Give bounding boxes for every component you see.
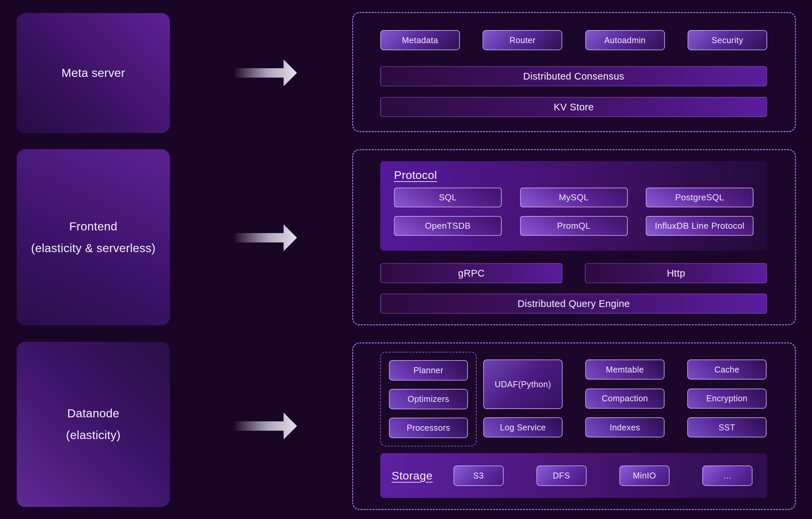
protocol-panel: Protocol SQL MySQL PostgreSQL OpenTSDB P… <box>380 161 767 251</box>
module-router: Router <box>483 30 562 50</box>
meta-modules-row: Metadata Router Autoadmin Security <box>380 30 767 50</box>
distributed-query-engine-bar: Distributed Query Engine <box>380 294 767 314</box>
module-router-label: Router <box>509 35 535 45</box>
module-autoadmin-label: Autoadmin <box>604 35 646 45</box>
query-group-box: Planner Optimizers Processors <box>380 352 476 446</box>
protocol-row-2: OpenTSDB PromQL InfluxDB Line Protocol <box>394 216 753 236</box>
kv-store-label: KV Store <box>553 102 593 113</box>
log-service-box: Log Service <box>483 417 562 437</box>
transport-row: gRPC Http <box>380 263 767 283</box>
protocol-heading: Protocol <box>394 169 437 181</box>
storage-dfs: DFS <box>536 465 587 486</box>
processors-label: Processors <box>407 423 450 433</box>
distributed-consensus-bar: Distributed Consensus <box>380 66 767 86</box>
sst-box: SST <box>687 417 766 437</box>
cache-box: Cache <box>687 359 766 379</box>
protocol-promql: PromQL <box>520 216 628 236</box>
protocol-opentsdb-label: OpenTSDB <box>425 221 471 231</box>
storage-dfs-label: DFS <box>553 471 570 481</box>
udaf-column: UDAF(Python) Log Service <box>483 352 562 446</box>
http-bar: Http <box>585 263 767 283</box>
frontend-box: Frontend (elasticity & serverless) <box>17 149 170 325</box>
storage-minio-label: MinIO <box>633 471 656 481</box>
protocol-promql-label: PromQL <box>557 221 590 231</box>
udaf-box: UDAF(Python) <box>483 359 562 409</box>
protocol-postgresql: PostgreSQL <box>646 188 753 207</box>
planner-box: Planner <box>389 360 468 380</box>
meta-server-section: Metadata Router Autoadmin Security Distr… <box>352 12 796 132</box>
protocol-postgresql-label: PostgreSQL <box>675 192 724 203</box>
protocol-opentsdb: OpenTSDB <box>394 216 502 236</box>
storage-minio: MinIO <box>619 465 670 486</box>
storage-heading-wrap: Storage <box>392 469 433 482</box>
compaction-label: Compaction <box>602 394 648 403</box>
memtable-label: Memtable <box>606 365 644 375</box>
datanode-box: Datanode (elasticity) <box>17 342 170 507</box>
protocol-row-1: SQL MySQL PostgreSQL <box>394 188 753 207</box>
protocol-influxdb-line: InfluxDB Line Protocol <box>646 216 753 236</box>
distributed-consensus-label: Distributed Consensus <box>523 71 624 82</box>
module-metadata: Metadata <box>380 30 460 50</box>
protocol-sql-label: SQL <box>439 192 457 203</box>
cache-column: Cache Encryption SST <box>687 352 766 446</box>
module-metadata-label: Metadata <box>402 35 438 45</box>
optimizers-box: Optimizers <box>389 389 468 409</box>
sst-label: SST <box>718 423 735 432</box>
protocol-mysql-label: MySQL <box>559 192 589 203</box>
meta-server-label: Meta server <box>61 62 125 84</box>
frontend-label-line1: Frontend <box>69 216 117 237</box>
distributed-query-engine-label: Distributed Query Engine <box>518 298 630 309</box>
arrow-icon-datanode <box>233 411 297 441</box>
protocol-sql: SQL <box>394 188 502 207</box>
storage-heading: Storage <box>392 469 433 482</box>
module-security-label: Security <box>712 35 743 45</box>
arrow-icon-frontend <box>233 223 297 253</box>
storage-ellipsis: ... <box>702 465 752 486</box>
arrow-icon-meta <box>233 58 297 88</box>
datanode-grid: Planner Optimizers Processors UDAF(Pytho… <box>380 352 767 446</box>
module-autoadmin: Autoadmin <box>585 30 665 50</box>
log-service-label: Log Service <box>500 423 546 432</box>
cache-label: Cache <box>714 365 740 375</box>
datanode-label-line2: (elasticity) <box>66 424 121 446</box>
encryption-box: Encryption <box>687 388 766 409</box>
storage-backends-row: S3 DFS MinIO ... <box>454 465 752 486</box>
storage-s3: S3 <box>454 465 504 486</box>
storage-panel: Storage S3 DFS MinIO ... <box>380 453 767 498</box>
datanode-label-line1: Datanode <box>67 403 119 424</box>
frontend-section: Protocol SQL MySQL PostgreSQL OpenTSDB P… <box>352 149 796 325</box>
datanode-section: Planner Optimizers Processors UDAF(Pytho… <box>352 342 796 510</box>
protocol-mysql: MySQL <box>520 188 628 207</box>
indexes-box: Indexes <box>585 417 665 437</box>
indexes-label: Indexes <box>610 423 640 432</box>
udaf-label: UDAF(Python) <box>495 379 551 389</box>
module-security: Security <box>688 30 767 50</box>
protocol-influxdb-line-label: InfluxDB Line Protocol <box>655 221 745 231</box>
meta-server-box: Meta server <box>17 13 170 133</box>
processors-box: Processors <box>389 418 468 438</box>
frontend-label-line2: (elasticity & serverless) <box>31 237 155 259</box>
encryption-label: Encryption <box>706 394 748 403</box>
compaction-box: Compaction <box>585 388 665 409</box>
storage-s3-label: S3 <box>473 471 484 481</box>
http-label: Http <box>667 268 685 279</box>
memtable-box: Memtable <box>585 359 665 379</box>
architecture-diagram: Meta server Frontend (elasticity & serve… <box>0 0 812 519</box>
optimizers-label: Optimizers <box>408 394 449 404</box>
grpc-label: gRPC <box>458 268 485 279</box>
storage-ellipsis-label: ... <box>724 471 731 481</box>
memtable-column: Memtable Compaction Indexes <box>585 352 665 446</box>
kv-store-bar: KV Store <box>380 97 767 117</box>
planner-label: Planner <box>413 366 443 375</box>
grpc-bar: gRPC <box>380 263 562 283</box>
